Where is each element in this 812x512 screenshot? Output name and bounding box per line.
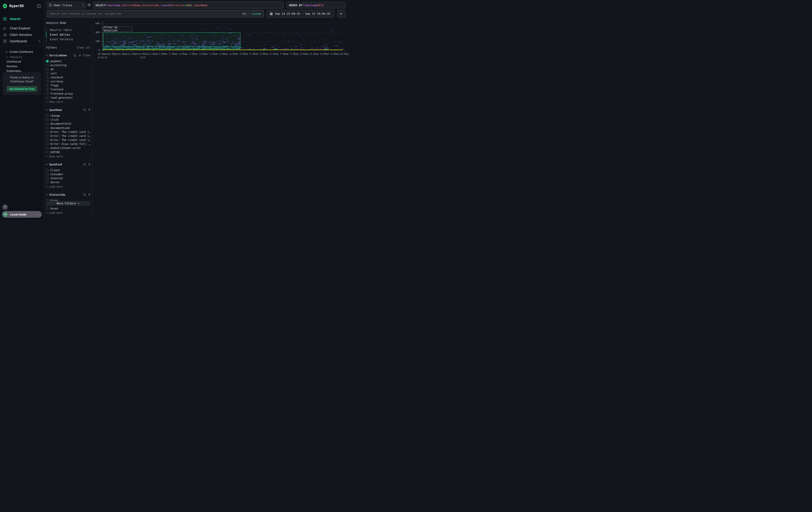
checkbox[interactable] — [46, 139, 49, 141]
clear-all-filters-button[interactable]: Clear all — [77, 46, 91, 49]
filter-option[interactable]: cart — [46, 72, 91, 76]
search-icon[interactable] — [83, 108, 86, 111]
filter-option[interactable]: checkout — [46, 76, 91, 79]
filter-group-title[interactable]: StatusCode — [49, 193, 65, 196]
collapse-sidebar-icon[interactable] — [37, 4, 41, 8]
checkbox[interactable]: ✓ — [46, 60, 49, 62]
presets-toggle[interactable]: PRESETS — [0, 55, 44, 59]
filter-option[interactable]: currency — [46, 79, 91, 83]
source-settings-gear-icon[interactable] — [87, 3, 91, 7]
get-started-button[interactable]: Get Started for Free — [7, 86, 37, 92]
lang-lucene-button[interactable]: Lucene — [252, 12, 261, 16]
filter-option[interactable]: Unset — [46, 207, 91, 211]
pin-icon[interactable] — [88, 193, 91, 196]
checkbox[interactable] — [46, 84, 49, 87]
sidebar-item-client-sessions[interactable]: Client Sessions — [0, 31, 44, 38]
filter-option[interactable]: Internal — [46, 176, 91, 180]
source-select[interactable]: Demo Traces — [47, 2, 86, 8]
analysis-mode-results-table[interactable]: Results Table — [47, 28, 91, 32]
checkbox[interactable] — [46, 123, 49, 125]
checkbox[interactable] — [46, 151, 49, 154]
filter-by-selection-button[interactable]: Filter by Selection — [104, 26, 133, 32]
show-more-button[interactable]: Show more — [46, 155, 91, 158]
checkbox[interactable] — [46, 114, 49, 117]
filter-option[interactable]: change — [46, 114, 91, 118]
load-more-button[interactable]: Load more — [46, 211, 91, 215]
filter-group-title[interactable]: SpanName — [49, 108, 62, 111]
search-icon[interactable] — [83, 163, 86, 166]
chart-selection-rectangle[interactable] — [103, 32, 240, 47]
help-button[interactable]: ? — [2, 204, 8, 210]
chevron-down-icon[interactable] — [46, 109, 48, 111]
search-input[interactable]: Search your events w/ Lucene ex. column:… — [47, 10, 264, 17]
sidebar-item-search[interactable]: Search — [0, 16, 44, 22]
filter-option[interactable]: Error: The credit card (… — [46, 134, 91, 138]
sidebar-item-dashboards[interactable]: Dashboards — [0, 38, 44, 44]
create-dashboard-button[interactable]: + Create Dashboard — [0, 49, 44, 54]
checkbox[interactable] — [46, 68, 49, 71]
filter-option[interactable]: accounting — [46, 63, 91, 67]
pin-icon[interactable] — [88, 163, 91, 166]
checkbox[interactable] — [46, 147, 49, 150]
filter-group-title[interactable]: SpanKind — [49, 163, 62, 166]
checkbox[interactable] — [46, 135, 49, 137]
filter-option[interactable]: eventListener.error — [46, 146, 91, 150]
checkbox[interactable] — [46, 76, 49, 79]
filter-option[interactable]: click — [46, 118, 91, 122]
checkbox[interactable] — [46, 207, 49, 210]
filter-group-title[interactable]: ServiceName — [49, 54, 67, 57]
filter-option[interactable]: Client — [46, 168, 91, 172]
sidebar-item-chart-explorer[interactable]: Chart Explorer — [0, 25, 44, 31]
clear-filter-button[interactable]: Clear — [83, 54, 91, 57]
filter-option[interactable]: Error: The credit card (… — [46, 138, 91, 142]
user-menu[interactable]: U Local mode › — [2, 211, 42, 218]
checkbox[interactable] — [46, 97, 49, 99]
pin-icon[interactable] — [88, 108, 91, 111]
filter-option[interactable]: Error: The credit card (… — [46, 130, 91, 134]
sql-select-input[interactable]: SELECT Timestamp, ServiceName, StatusCod… — [93, 2, 283, 8]
filter-option[interactable]: frontend-proxy — [46, 92, 91, 96]
checkbox[interactable] — [46, 169, 49, 172]
checkbox[interactable] — [46, 127, 49, 129]
more-filters-button[interactable]: More filters — [46, 201, 90, 206]
filter-option[interactable]: load-generator — [46, 96, 91, 100]
lang-sql-button[interactable]: SQL — [242, 12, 247, 16]
preset-clickhouse[interactable]: ClickHouse — [0, 59, 44, 64]
filter-option[interactable]: frontend — [46, 87, 91, 91]
checkbox[interactable] — [46, 177, 49, 180]
chevron-down-icon[interactable] — [46, 194, 48, 195]
filter-option[interactable]: ✓payment — [46, 59, 91, 63]
chevron-down-icon[interactable] — [46, 55, 48, 56]
checkbox[interactable] — [46, 88, 49, 91]
filter-option[interactable]: Server — [46, 180, 91, 184]
checkbox[interactable] — [46, 64, 49, 67]
search-icon[interactable] — [74, 54, 77, 57]
chevron-down-icon[interactable] — [46, 164, 48, 165]
date-range-picker[interactable]: Sep 14 22:04:35 - Sep 15 10:04:35 — [267, 10, 334, 17]
checkbox[interactable] — [46, 80, 49, 83]
filter-option[interactable]: documentLoad — [46, 126, 91, 130]
checkbox[interactable] — [46, 143, 49, 145]
analysis-mode-event-deltas[interactable]: Event Deltas — [47, 32, 91, 37]
order-by-input[interactable]: ORDER BY Timestamp DESC — [286, 2, 346, 8]
checkbox[interactable] — [46, 173, 49, 176]
preset-services[interactable]: Services — [0, 64, 44, 69]
filter-option[interactable]: Error: Visa cache full: … — [46, 142, 91, 146]
checkbox[interactable] — [46, 92, 49, 95]
checkbox[interactable] — [46, 118, 49, 121]
search-icon[interactable] — [83, 193, 86, 196]
checkbox[interactable] — [46, 72, 49, 75]
filter-option[interactable]: Consumer — [46, 172, 91, 176]
load-more-button[interactable]: Load more — [46, 185, 91, 189]
filter-option[interactable]: flagd — [46, 83, 91, 87]
filter-option[interactable]: EXPIRE — [46, 150, 91, 154]
checkbox[interactable] — [46, 131, 49, 133]
x-date-label: 9/15 — [135, 56, 151, 59]
filter-option[interactable]: ad — [46, 67, 91, 71]
show-more-button[interactable]: Show more — [46, 100, 91, 104]
run-query-button[interactable] — [338, 10, 345, 17]
pin-icon[interactable] — [78, 54, 81, 57]
checkbox[interactable] — [46, 181, 49, 184]
analysis-mode-event-patterns[interactable]: Event Patterns — [47, 37, 91, 42]
filter-option[interactable]: documentFetch — [46, 122, 91, 126]
